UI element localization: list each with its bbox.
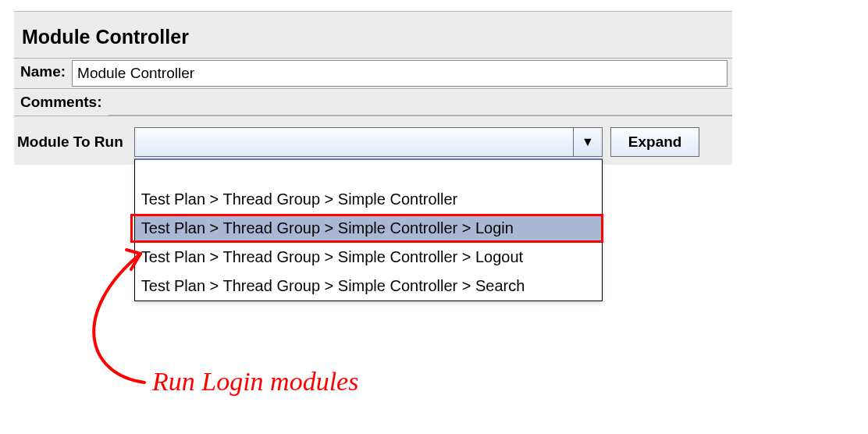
annotation-highlight-box xyxy=(130,214,603,243)
dropdown-item[interactable]: Test Plan > Thread Group > Simple Contro… xyxy=(135,243,602,272)
expand-button[interactable]: Expand xyxy=(610,127,700,157)
name-row: Name: xyxy=(14,58,732,88)
module-to-run-row: Module To Run ▼ Test Plan > Thread Group… xyxy=(14,127,732,157)
dropdown-item[interactable]: Test Plan > Thread Group > Simple Contro… xyxy=(135,272,602,301)
module-to-run-label: Module To Run xyxy=(17,127,134,151)
annotation-text: Run Login modules xyxy=(152,367,358,397)
dropdown-item[interactable]: Test Plan > Thread Group > Simple Contro… xyxy=(135,185,602,214)
name-input[interactable] xyxy=(72,60,727,87)
comments-input[interactable] xyxy=(108,89,732,116)
comments-label: Comments: xyxy=(14,89,108,116)
dropdown-item[interactable]: Test Plan > Thread Group > Simple Contro… xyxy=(135,214,602,243)
combo-selected-text xyxy=(135,128,573,156)
comments-row: Comments: xyxy=(14,88,732,116)
module-to-run-combo-wrap: ▼ Test Plan > Thread Group > Simple Cont… xyxy=(134,127,603,157)
chevron-down-icon: ▼ xyxy=(582,135,594,149)
module-controller-panel: Module Controller Name: Comments: Module… xyxy=(14,11,732,165)
module-to-run-combo[interactable]: ▼ xyxy=(134,127,603,157)
name-label: Name: xyxy=(14,59,72,88)
module-to-run-dropdown: Test Plan > Thread Group > Simple Contro… xyxy=(134,158,603,301)
combo-dropdown-button[interactable]: ▼ xyxy=(573,128,602,156)
panel-title: Module Controller xyxy=(14,12,732,58)
